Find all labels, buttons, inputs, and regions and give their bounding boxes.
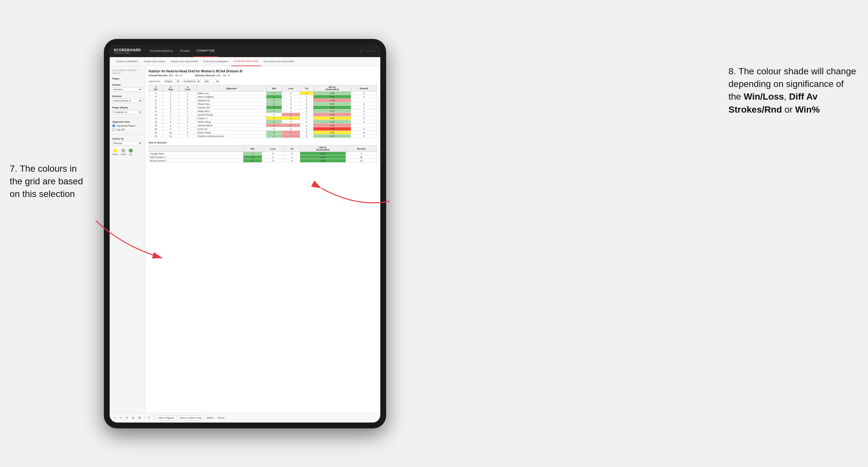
cell-opponent: Federica Domecq Lacroze xyxy=(197,134,267,138)
cell-div: 19 xyxy=(149,131,163,134)
undo-button[interactable]: ↩ xyxy=(112,416,117,420)
cell-loss: 0 xyxy=(282,106,300,110)
share-button[interactable]: Share xyxy=(216,416,226,420)
cell-div: 3 xyxy=(149,92,163,95)
cell-diff: 4.00 xyxy=(313,95,351,99)
cell-reg: 1 xyxy=(163,113,179,117)
cell-rounds: 9 xyxy=(351,117,377,120)
nav-links: TOURNAMENTS TEAMS COMMITTEE xyxy=(146,45,361,57)
sub-nav-player-h2h-grid[interactable]: PLAYER H2H GRID xyxy=(231,57,261,66)
ood-cell-diff: 9.267 xyxy=(300,155,346,159)
colour-legend: Down Level Up xyxy=(112,149,143,155)
ood-cell-loss: 0 xyxy=(262,155,284,159)
cell-rounds: 2 xyxy=(351,127,377,131)
cell-div: 10 xyxy=(149,106,163,110)
grid-records: Overall Record: 353 - 34 - 6 Division Re… xyxy=(149,74,377,77)
sep2: or xyxy=(782,104,795,115)
opponent-filter[interactable]: (All) xyxy=(204,80,220,83)
view-original-button[interactable]: View: Original xyxy=(156,415,176,420)
division-label: Division xyxy=(112,95,143,98)
ood-cell-rounds: 2 xyxy=(346,152,377,155)
cell-opponent: Jessica Huang xyxy=(197,113,267,117)
cell-rounds: 3 xyxy=(351,95,377,99)
opponents-played-radio[interactable]: Opponents Played xyxy=(112,124,143,127)
cell-win: 0 xyxy=(267,113,282,117)
top100-radio[interactable]: Top 100 xyxy=(112,128,143,131)
cell-diff: -3.00 xyxy=(313,113,351,117)
sub-nav-player-h2h-heatmap[interactable]: PLAYER H2H HEATMAP xyxy=(261,57,297,66)
ood-cell-win: 1 xyxy=(243,152,262,155)
sub-nav-player-summary[interactable]: PLAYER SUMMARY xyxy=(201,57,231,66)
cell-reg: 6 xyxy=(163,106,179,110)
cell-tie: 0 xyxy=(300,106,313,110)
cell-tie: 0 xyxy=(300,102,313,106)
nav-right: | Sign out xyxy=(361,49,376,53)
sidebar: Last Updated: 27/03/2024 16:55:38 Player… xyxy=(110,66,145,413)
main-content: Last Updated: 27/03/2024 16:55:38 Player… xyxy=(110,66,380,413)
legend-down: Down xyxy=(112,153,118,155)
nav-committee[interactable]: COMMITTEE xyxy=(193,45,218,57)
cell-conf: 4 xyxy=(179,117,196,120)
last-updated: Last Updated: 27/03/2024 16:55:38 xyxy=(112,69,143,75)
conference-filter[interactable]: Conference xyxy=(183,80,201,83)
sub-nav-team-h2h-grid[interactable]: TEAM H2H GRID xyxy=(141,57,168,66)
ood-table-row: Foreign Team 1 0 0 4.500 2 xyxy=(149,152,377,155)
save-custom-view-button[interactable]: Save Custom View xyxy=(178,415,204,420)
division-select[interactable]: NCAA Division III xyxy=(112,99,143,103)
clock-button[interactable]: ⏱ xyxy=(146,416,152,420)
cell-win: 2 xyxy=(267,117,282,120)
cell-rounds: 4 xyxy=(351,106,377,110)
cell-conf: 6 xyxy=(179,131,196,134)
sub-nav: TEAM SUMMARY TEAM H2H GRID TEAM H2H HEAT… xyxy=(110,57,380,66)
gender-select[interactable]: Women's xyxy=(112,87,143,92)
cell-reg: 1 xyxy=(163,102,179,106)
nav-bar: SCOREBOARD Powered by clippd TOURNAMENTS… xyxy=(110,45,380,57)
cell-diff: 4.00 xyxy=(313,106,351,110)
ood-cell-diff: 7.400 xyxy=(300,159,346,163)
logo-area: SCOREBOARD Powered by clippd xyxy=(114,48,141,54)
sub-nav-team-h2h-heatmap[interactable]: TEAM H2H HEATMAP xyxy=(168,57,201,66)
copy-button[interactable]: ⊞ xyxy=(131,416,136,420)
ood-cell-tie: 0 xyxy=(284,155,300,159)
region-filter[interactable]: Region xyxy=(164,80,180,83)
cell-diff: 1.50 xyxy=(313,92,351,95)
watch-button[interactable]: Watch xyxy=(206,416,215,420)
division-section: Division NCAA Division III xyxy=(112,95,143,103)
opponent-view-section: Opponent view Opponents Played Top 100 xyxy=(112,120,143,131)
redo-button[interactable]: ↪ xyxy=(118,416,123,420)
colour-by-select[interactable]: Win/loss xyxy=(112,141,143,145)
out-of-division-table: Win Loss Tie Diff AvStrokes/Rnd Rounds F… xyxy=(149,145,377,163)
col-reg: #Reg xyxy=(163,85,179,92)
ood-col-diff: Diff AvStrokes/Rnd xyxy=(300,146,346,152)
cell-rounds: 11 xyxy=(351,131,377,134)
player-rank-section: Player (Rank) 8. Katelyn Vo xyxy=(112,106,143,114)
cell-opponent: Alexis Sudjianto xyxy=(197,95,267,99)
cell-reg: 11 xyxy=(163,134,179,138)
cell-opponent: Andrea York xyxy=(197,106,267,110)
annotation-right: 8. The colour shade will change dependin… xyxy=(728,65,858,116)
cell-rounds: 6 xyxy=(351,134,377,138)
cell-tie: 0 xyxy=(300,110,313,113)
col-loss: Loss xyxy=(282,85,300,92)
logo-text: SCOREBOARD xyxy=(114,48,141,52)
cell-win: 2 xyxy=(267,134,282,138)
cell-win: 4 xyxy=(267,131,282,134)
toolbar-divider-2 xyxy=(153,415,154,421)
cell-opponent: Esther Lee xyxy=(197,92,267,95)
opponent-view-label: Opponent view xyxy=(112,120,143,123)
forward-button[interactable]: ⟳ xyxy=(125,416,129,420)
nav-tournaments[interactable]: TOURNAMENTS xyxy=(146,45,176,57)
cell-reg: 1 xyxy=(163,92,179,95)
sign-out-button[interactable]: Sign out xyxy=(364,49,376,53)
table-row: 3 1 1 Esther Lee 1 0 1 1.50 4 xyxy=(149,92,377,95)
sub-nav-team-summary[interactable]: TEAM SUMMARY xyxy=(114,57,141,66)
toolbar-divider-1 xyxy=(144,415,145,421)
ood-cell-win: 15 xyxy=(243,155,262,159)
nav-teams[interactable]: TEAMS xyxy=(176,45,193,57)
player-label: Player xyxy=(112,77,143,80)
cell-loss: 0 xyxy=(282,102,300,106)
player-rank-select[interactable]: 8. Katelyn Vo xyxy=(112,110,143,114)
cell-win: 1 xyxy=(267,110,282,113)
col-conf: #Conf xyxy=(179,85,196,92)
paste-button[interactable]: ⌘ xyxy=(137,416,142,420)
